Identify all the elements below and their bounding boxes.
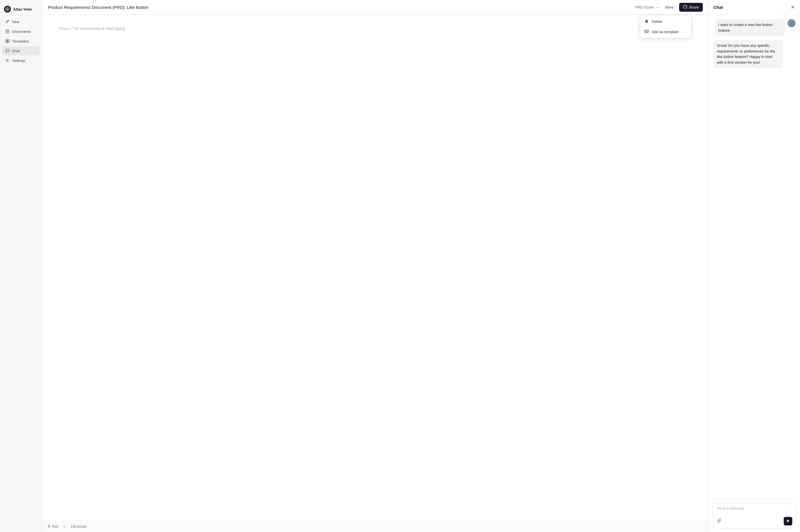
editor-placeholder: Press '/' for commands or start typing..… xyxy=(59,26,129,31)
text-type-icon: T xyxy=(48,525,50,529)
chat-input[interactable] xyxy=(716,506,792,515)
chat-input-area xyxy=(709,499,800,532)
chat-title: Chat xyxy=(713,5,723,10)
share-icon xyxy=(683,5,687,10)
doc-title: Product Requirements Document (PRD): Lik… xyxy=(48,5,148,10)
editor-area[interactable]: Press '/' for commands or start typing..… xyxy=(42,15,709,520)
statusbar: T Text ⇅ 130 words xyxy=(42,520,709,532)
dropdown-delete-label: Delete xyxy=(652,19,662,24)
template-icon xyxy=(644,30,649,34)
settings-icon xyxy=(5,58,10,63)
sidebar-item-new[interactable]: New xyxy=(2,17,40,26)
paperclip-icon xyxy=(717,519,722,524)
app-logo[interactable]: Atlas View xyxy=(0,3,42,17)
trash-icon xyxy=(644,19,649,24)
dropdown-item-delete[interactable]: Delete xyxy=(640,16,691,26)
statusbar-word-count: 130 words xyxy=(71,525,86,529)
share-label: Share xyxy=(689,5,699,10)
topbar-right: PRD Score: --- More Share xyxy=(635,3,703,12)
statusbar-separator: ⇅ xyxy=(62,524,66,529)
text-type-label: Text xyxy=(52,525,58,529)
share-button[interactable]: Share xyxy=(679,3,703,12)
chat-icon xyxy=(5,49,10,53)
dropdown-template-label: Add as template xyxy=(652,30,678,34)
word-count-value: 130 words xyxy=(71,525,86,529)
dropdown-menu: Delete Add as template xyxy=(640,15,691,38)
logo-icon xyxy=(4,6,11,13)
chat-message-user-1: I want to create a new like button featu… xyxy=(713,19,796,36)
more-button[interactable]: More xyxy=(663,4,676,11)
dropdown-item-add-template[interactable]: Add as template xyxy=(640,26,691,37)
app-name: Atlas View xyxy=(13,7,32,12)
chat-messages: I want to create a new like button featu… xyxy=(709,15,800,499)
avatar xyxy=(787,19,796,27)
svg-rect-4 xyxy=(6,41,7,43)
sidebar-item-new-label: New xyxy=(12,20,19,24)
assistant-message-bubble: Great! Do you have any specific requirem… xyxy=(713,40,783,68)
sidebar-item-templates[interactable]: Templates xyxy=(2,37,40,46)
sidebar-item-chat[interactable]: Chat xyxy=(2,46,40,55)
sidebar-item-documents[interactable]: Documents xyxy=(2,27,40,36)
statusbar-text-type: T Text xyxy=(48,525,58,529)
chat-input-footer xyxy=(716,517,792,526)
sidebar-item-documents-label: Documents xyxy=(12,30,31,34)
svg-rect-3 xyxy=(8,39,10,41)
main-content: Product Requirements Document (PRD): Lik… xyxy=(42,0,709,532)
chat-message-assistant-1: Great! Do you have any specific requirem… xyxy=(713,40,796,68)
chat-header: Chat ✕ xyxy=(709,0,800,15)
svg-rect-8 xyxy=(645,30,648,33)
attach-button[interactable] xyxy=(716,518,722,525)
sidebar-item-settings-label: Settings xyxy=(12,58,25,63)
topbar: Product Requirements Document (PRD): Lik… xyxy=(42,0,709,15)
edit-icon xyxy=(5,19,10,24)
close-chat-button[interactable]: ✕ xyxy=(790,4,796,10)
svg-rect-2 xyxy=(6,39,7,41)
chat-panel: Chat ✕ I want to create a new like butto… xyxy=(709,0,800,532)
svg-rect-7 xyxy=(684,6,687,8)
send-button[interactable] xyxy=(784,517,792,526)
send-icon xyxy=(786,519,790,524)
sidebar-nav: New Documents Templates xyxy=(0,17,42,65)
user-message-bubble: I want to create a new like button featu… xyxy=(715,19,785,36)
prd-score: PRD Score: --- xyxy=(635,5,659,10)
sidebar: Atlas View New Documents xyxy=(0,0,42,532)
sidebar-item-templates-label: Templates xyxy=(12,39,29,43)
documents-icon xyxy=(5,29,10,34)
templates-icon xyxy=(5,39,10,43)
svg-rect-5 xyxy=(8,41,10,43)
sidebar-item-chat-label: Chat xyxy=(12,49,20,53)
svg-point-6 xyxy=(7,60,8,61)
chat-input-box xyxy=(713,503,796,529)
sidebar-item-settings[interactable]: Settings xyxy=(2,56,40,65)
